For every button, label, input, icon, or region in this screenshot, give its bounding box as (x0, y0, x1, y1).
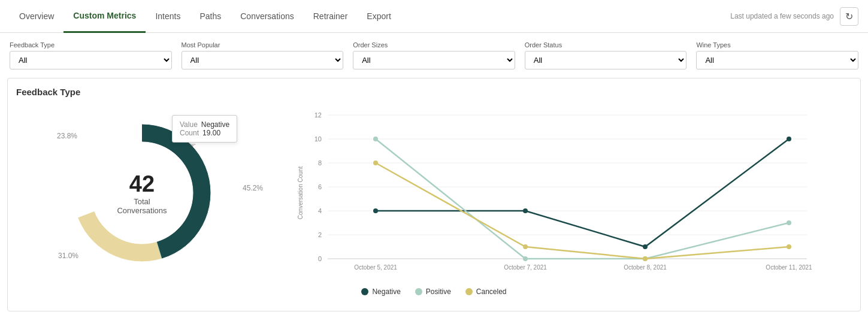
legend-label-canceled: Canceled (476, 287, 507, 296)
line-positive (376, 139, 789, 259)
filter-feedback-type: Feedback Type All (10, 41, 172, 69)
last-updated-text: Last updated a few seconds ago (730, 12, 834, 20)
refresh-button[interactable]: ↻ (840, 7, 858, 26)
nav-item-export[interactable]: Export (357, 0, 400, 33)
dot-positive-0 (373, 137, 378, 141)
filter-most-popular: Most Popular All (182, 41, 344, 69)
dot-canceled-0 (373, 161, 378, 165)
y-label-6: 6 (318, 183, 322, 190)
pct-label-positive: 31.0% (58, 252, 78, 260)
filter-order-sizes-select[interactable]: All (353, 51, 515, 69)
legend-label-positive: Positive (426, 287, 451, 296)
y-label-12: 12 (314, 111, 322, 119)
donut-total-label: Total (117, 197, 167, 206)
filter-order-sizes: Order Sizes All (353, 41, 515, 69)
dot-negative-2 (643, 244, 648, 249)
x-label-oct7: October 7, 2021 (504, 264, 547, 271)
dot-positive-3 (787, 220, 791, 225)
y-axis-label: Conversation Count (297, 167, 304, 219)
nav-item-conversations[interactable]: Conversations (231, 0, 304, 33)
tooltip-box: Value Negative Count 19.00 (172, 115, 237, 143)
filter-order-status-select[interactable]: All (525, 51, 687, 69)
dot-positive-1 (523, 256, 528, 261)
legend-dot-canceled (465, 288, 473, 295)
filters-bar: Feedback Type All Most Popular All Order… (0, 33, 868, 75)
nav-item-intents[interactable]: Intents (146, 0, 190, 33)
dot-negative-1 (523, 208, 528, 213)
dot-canceled-3 (787, 244, 791, 249)
y-label-0: 0 (318, 255, 322, 262)
legend-label-negative: Negative (372, 287, 400, 296)
pct-label-negative: 45.2% (243, 184, 263, 192)
x-label-oct8: October 8, 2021 (624, 264, 667, 271)
filter-wine-types: Wine Types All (696, 41, 858, 69)
tooltip-count-val: 19.00 (202, 129, 220, 137)
legend-item-negative: Negative (361, 287, 400, 296)
legend-item-canceled: Canceled (465, 287, 507, 296)
chart-legend: Negative Positive Canceled (16, 287, 852, 296)
filter-most-popular-label: Most Popular (182, 41, 344, 49)
filter-wine-types-select[interactable]: All (696, 51, 858, 69)
y-label-8: 8 (318, 159, 322, 167)
x-label-oct5: October 5, 2021 (354, 264, 397, 271)
main-panel: Feedback Type 42 Total Con (7, 78, 861, 311)
filter-order-sizes-label: Order Sizes (353, 41, 515, 49)
y-label-2: 2 (318, 231, 322, 238)
tooltip-count-label: Count (180, 129, 199, 137)
filter-most-popular-select[interactable]: All (182, 51, 344, 69)
nav-item-overview[interactable]: Overview (10, 0, 63, 33)
donut-total-label2: Conversations (117, 206, 167, 215)
line-chart-svg: 12 10 8 6 4 2 0 (292, 103, 819, 271)
main-nav: Overview Custom Metrics Intents Paths Co… (0, 0, 868, 33)
dot-negative-3 (787, 137, 791, 141)
line-chart-container: Conversation Count 12 10 8 6 4 2 0 (268, 103, 852, 283)
nav-item-retrainer[interactable]: Retrainer (304, 0, 358, 33)
line-negative (376, 139, 789, 247)
donut-center-text: 42 Total Conversations (117, 171, 167, 215)
nav-item-paths[interactable]: Paths (190, 0, 231, 33)
tooltip-value-label: Value (180, 120, 198, 129)
dot-canceled-2 (643, 256, 648, 261)
legend-dot-positive (415, 288, 422, 295)
tooltip-value-val: Negative (201, 120, 229, 129)
y-label-4: 4 (318, 207, 322, 214)
nav-item-custom-metrics[interactable]: Custom Metrics (63, 0, 146, 33)
filter-feedback-type-label: Feedback Type (10, 41, 172, 49)
filter-feedback-type-select[interactable]: All (10, 51, 172, 69)
dot-canceled-1 (523, 244, 528, 249)
y-label-10: 10 (314, 135, 322, 143)
dot-negative-0 (373, 208, 378, 213)
filter-order-status-label: Order Status (525, 41, 687, 49)
donut-chart-container: 42 Total Conversations 23.8% 45.2% 31.0%… (16, 103, 268, 283)
donut-total-number: 42 (117, 171, 167, 197)
pct-label-canceled: 23.8% (57, 132, 77, 140)
legend-item-positive: Positive (415, 287, 451, 296)
filter-wine-types-label: Wine Types (696, 41, 858, 49)
panel-title: Feedback Type (16, 87, 852, 97)
x-label-oct11: October 11, 2021 (766, 264, 812, 271)
legend-dot-negative (361, 288, 368, 295)
filter-order-status: Order Status All (525, 41, 687, 69)
